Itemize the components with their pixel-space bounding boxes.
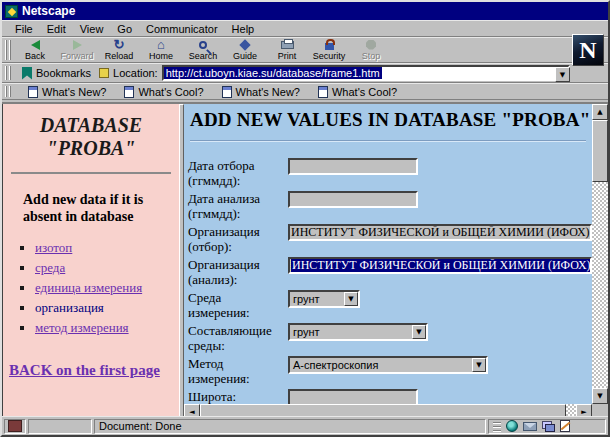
bookmark-whats-new-1[interactable]: What's New? bbox=[24, 86, 110, 98]
bookmark-page-icon bbox=[222, 86, 232, 98]
bookmark-whats-cool-2[interactable]: What's Cool? bbox=[314, 86, 401, 98]
field-label-2: измерения: bbox=[188, 371, 250, 386]
menu-file[interactable]: File bbox=[8, 22, 40, 36]
organization-sampling-input[interactable]: ИНСТИТУТ ФИЗИЧЕСКОЙ и ОБЩЕЙ ХИМИИ (ИФОХ) bbox=[288, 224, 592, 241]
location-bar-grip[interactable] bbox=[5, 66, 12, 80]
url-input[interactable]: http://ct.uboyn.kiae.su/database/frame1.… bbox=[162, 65, 570, 81]
navigation-toolbar: Back Forward ↻ Reload ⌂ Home Search Guid… bbox=[2, 37, 608, 63]
security-icon bbox=[325, 43, 334, 50]
security-dock-icon[interactable] bbox=[4, 419, 26, 434]
menu-communicator[interactable]: Communicator bbox=[139, 22, 225, 36]
security-label: Security bbox=[313, 51, 346, 61]
bookmark-whats-cool-1[interactable]: What's Cool? bbox=[120, 86, 207, 98]
bookmark-page-icon bbox=[124, 86, 134, 98]
home-icon: ⌂ bbox=[157, 39, 165, 51]
field-label-2: (отбор): bbox=[188, 239, 232, 254]
netscape-n-logo[interactable]: N bbox=[572, 34, 604, 66]
component-bar bbox=[488, 419, 606, 434]
field-row-date-analysis: Дата анализа (ггммдд): bbox=[188, 191, 592, 224]
chevron-down-icon[interactable] bbox=[412, 325, 426, 339]
back-to-first-page-link[interactable]: BACK on the first page bbox=[9, 362, 160, 378]
stop-button[interactable]: Stop bbox=[350, 38, 392, 62]
menu-edit[interactable]: Edit bbox=[40, 22, 73, 36]
field-label: Организация bbox=[188, 257, 260, 272]
reload-button[interactable]: ↻ Reload bbox=[98, 38, 140, 62]
forward-label: Forward bbox=[60, 51, 93, 61]
menu-help[interactable]: Help bbox=[225, 22, 262, 36]
toolbar-grip[interactable] bbox=[5, 40, 12, 60]
discussions-icon[interactable] bbox=[542, 421, 555, 432]
field-row-organization-sampling: Организация (отбор): ИНСТИТУТ ФИЗИЧЕСКОЙ… bbox=[188, 224, 592, 257]
field-label: Широта: bbox=[188, 389, 236, 404]
bookmarks-button[interactable]: Bookmarks bbox=[18, 66, 95, 81]
add-values-form: Дата отбора (ггммдд): Дата анализа (ггмм… bbox=[188, 158, 592, 404]
vertical-scrollbar[interactable] bbox=[592, 104, 608, 404]
location-label: Location: bbox=[113, 67, 158, 79]
field-row-date-sampling: Дата отбора (ггммдд): bbox=[188, 158, 592, 191]
bookmark-whats-new-2[interactable]: What's New? bbox=[218, 86, 304, 98]
menu-bar: File Edit View Go Communicator Help bbox=[2, 20, 608, 37]
forward-button[interactable]: Forward bbox=[56, 38, 98, 62]
field-row-medium-components: Составляющие среды: грунт bbox=[188, 323, 592, 356]
sidebar-link-unit[interactable]: единица измерения bbox=[35, 280, 142, 295]
bookmarks-label: Bookmarks bbox=[36, 67, 91, 79]
sidebar-link-medium[interactable]: среда bbox=[35, 260, 65, 275]
sidebar-frame: DATABASE "PROBA" Add new data if it is a… bbox=[2, 104, 179, 420]
url-dropdown-button[interactable] bbox=[555, 67, 570, 82]
scroll-down-icon[interactable] bbox=[592, 388, 608, 404]
list-item: изотоп bbox=[35, 240, 179, 256]
main-content: ADD NEW VALUES IN DATABASE "PROBA" Дата … bbox=[184, 104, 592, 404]
list-item: организация bbox=[35, 300, 179, 316]
medium-components-select[interactable]: грунт bbox=[288, 323, 428, 341]
latitude-input[interactable] bbox=[288, 389, 418, 404]
search-icon bbox=[199, 41, 207, 49]
scroll-up-icon[interactable] bbox=[592, 104, 608, 120]
sidebar-link-list: изотоп среда единица измерения организац… bbox=[35, 240, 179, 336]
sidebar-link-method[interactable]: метод измерения bbox=[35, 320, 129, 335]
field-label-2: (ггммдд): bbox=[188, 173, 240, 188]
netscape-app-icon bbox=[5, 5, 18, 18]
medium-select[interactable]: грунт bbox=[288, 290, 360, 308]
title-bar[interactable]: Netscape bbox=[2, 2, 608, 20]
print-button[interactable]: Print bbox=[266, 38, 308, 62]
field-row-latitude: Широта: bbox=[188, 389, 592, 404]
mailbox-icon[interactable] bbox=[523, 422, 537, 431]
list-item: среда bbox=[35, 260, 179, 276]
chevron-down-icon[interactable] bbox=[344, 292, 358, 306]
field-row-medium: Среда измерения: грунт bbox=[188, 290, 592, 323]
bookmark-page-icon bbox=[318, 86, 328, 98]
sidebar-link-isotope[interactable]: изотоп bbox=[35, 240, 72, 255]
field-row-method: Метод измерения: А-спектроскопия bbox=[188, 356, 592, 389]
method-select[interactable]: А-спектроскопия bbox=[288, 356, 488, 374]
location-icon bbox=[99, 68, 109, 78]
search-button[interactable]: Search bbox=[182, 38, 224, 62]
personal-toolbar-grip[interactable] bbox=[5, 86, 12, 97]
home-button[interactable]: ⌂ Home bbox=[140, 38, 182, 62]
navigator-icon[interactable] bbox=[506, 420, 518, 432]
date-sampling-input[interactable] bbox=[288, 158, 418, 175]
stop-label: Stop bbox=[362, 51, 381, 61]
sidebar-link-organization[interactable]: организация bbox=[35, 300, 104, 315]
scrollbar-thumb[interactable] bbox=[592, 120, 608, 182]
menu-view[interactable]: View bbox=[73, 22, 111, 36]
guide-button[interactable]: Guide bbox=[224, 38, 266, 62]
menu-go[interactable]: Go bbox=[110, 22, 139, 36]
select-value: А-спектроскопия bbox=[290, 359, 472, 371]
selected-text: ИНСТИТУТ ФИЗИЧЕСКОЙ и ОБЩЕЙ ХИМИИ (ИФОХ) bbox=[291, 259, 592, 272]
status-message: Document: Done bbox=[99, 420, 182, 432]
location-bar: Bookmarks Location: http://ct.uboyn.kiae… bbox=[2, 63, 608, 83]
chevron-down-icon[interactable] bbox=[472, 358, 486, 372]
frameset: DATABASE "PROBA" Add new data if it is a… bbox=[2, 102, 608, 420]
field-label: Организация bbox=[188, 224, 260, 239]
composer-icon[interactable] bbox=[560, 420, 570, 432]
home-label: Home bbox=[149, 51, 173, 61]
organization-analysis-input[interactable]: ИНСТИТУТ ФИЗИЧЕСКОЙ и ОБЩЕЙ ХИМИИ (ИФОХ) bbox=[288, 257, 592, 274]
field-row-organization-analysis: Организация (анализ): ИНСТИТУТ ФИЗИЧЕСКО… bbox=[188, 257, 592, 290]
date-analysis-input[interactable] bbox=[288, 191, 418, 208]
list-item: метод измерения bbox=[35, 320, 179, 336]
component-bar-grip[interactable] bbox=[493, 421, 501, 432]
page-title: ADD NEW VALUES IN DATABASE "PROBA" bbox=[190, 109, 592, 131]
field-label-2: (ггммдд): bbox=[188, 206, 240, 221]
back-button[interactable]: Back bbox=[14, 38, 56, 62]
security-button[interactable]: Security bbox=[308, 38, 350, 62]
